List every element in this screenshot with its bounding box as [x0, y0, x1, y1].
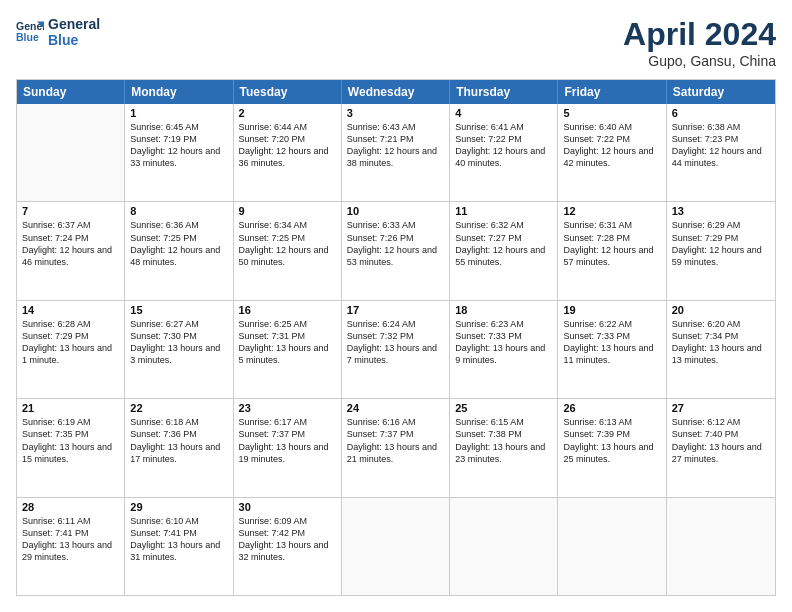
day-info: Sunrise: 6:19 AM Sunset: 7:35 PM Dayligh…	[22, 416, 119, 465]
calendar: SundayMondayTuesdayWednesdayThursdayFrid…	[16, 79, 776, 596]
calendar-week-4: 21Sunrise: 6:19 AM Sunset: 7:35 PM Dayli…	[17, 399, 775, 497]
day-info: Sunrise: 6:13 AM Sunset: 7:39 PM Dayligh…	[563, 416, 660, 465]
calendar-week-3: 14Sunrise: 6:28 AM Sunset: 7:29 PM Dayli…	[17, 301, 775, 399]
day-info: Sunrise: 6:11 AM Sunset: 7:41 PM Dayligh…	[22, 515, 119, 564]
day-info: Sunrise: 6:38 AM Sunset: 7:23 PM Dayligh…	[672, 121, 770, 170]
day-cell-25: 25Sunrise: 6:15 AM Sunset: 7:38 PM Dayli…	[450, 399, 558, 496]
day-number: 6	[672, 107, 770, 119]
logo-line2: Blue	[48, 32, 100, 48]
day-header-tuesday: Tuesday	[234, 80, 342, 104]
empty-cell	[342, 498, 450, 595]
day-number: 23	[239, 402, 336, 414]
day-number: 10	[347, 205, 444, 217]
day-cell-17: 17Sunrise: 6:24 AM Sunset: 7:32 PM Dayli…	[342, 301, 450, 398]
day-info: Sunrise: 6:17 AM Sunset: 7:37 PM Dayligh…	[239, 416, 336, 465]
day-cell-30: 30Sunrise: 6:09 AM Sunset: 7:42 PM Dayli…	[234, 498, 342, 595]
day-number: 9	[239, 205, 336, 217]
day-info: Sunrise: 6:33 AM Sunset: 7:26 PM Dayligh…	[347, 219, 444, 268]
day-info: Sunrise: 6:18 AM Sunset: 7:36 PM Dayligh…	[130, 416, 227, 465]
day-number: 28	[22, 501, 119, 513]
day-number: 13	[672, 205, 770, 217]
month-title: April 2024	[623, 16, 776, 53]
day-cell-6: 6Sunrise: 6:38 AM Sunset: 7:23 PM Daylig…	[667, 104, 775, 201]
day-number: 12	[563, 205, 660, 217]
day-info: Sunrise: 6:44 AM Sunset: 7:20 PM Dayligh…	[239, 121, 336, 170]
day-info: Sunrise: 6:15 AM Sunset: 7:38 PM Dayligh…	[455, 416, 552, 465]
title-block: April 2024 Gupo, Gansu, China	[623, 16, 776, 69]
day-info: Sunrise: 6:22 AM Sunset: 7:33 PM Dayligh…	[563, 318, 660, 367]
day-number: 16	[239, 304, 336, 316]
day-cell-5: 5Sunrise: 6:40 AM Sunset: 7:22 PM Daylig…	[558, 104, 666, 201]
day-header-monday: Monday	[125, 80, 233, 104]
day-cell-3: 3Sunrise: 6:43 AM Sunset: 7:21 PM Daylig…	[342, 104, 450, 201]
day-number: 19	[563, 304, 660, 316]
day-number: 22	[130, 402, 227, 414]
day-info: Sunrise: 6:29 AM Sunset: 7:29 PM Dayligh…	[672, 219, 770, 268]
day-cell-1: 1Sunrise: 6:45 AM Sunset: 7:19 PM Daylig…	[125, 104, 233, 201]
day-info: Sunrise: 6:43 AM Sunset: 7:21 PM Dayligh…	[347, 121, 444, 170]
logo: General Blue General Blue	[16, 16, 100, 48]
day-info: Sunrise: 6:32 AM Sunset: 7:27 PM Dayligh…	[455, 219, 552, 268]
day-info: Sunrise: 6:37 AM Sunset: 7:24 PM Dayligh…	[22, 219, 119, 268]
day-header-wednesday: Wednesday	[342, 80, 450, 104]
day-cell-9: 9Sunrise: 6:34 AM Sunset: 7:25 PM Daylig…	[234, 202, 342, 299]
day-cell-16: 16Sunrise: 6:25 AM Sunset: 7:31 PM Dayli…	[234, 301, 342, 398]
day-info: Sunrise: 6:23 AM Sunset: 7:33 PM Dayligh…	[455, 318, 552, 367]
day-info: Sunrise: 6:16 AM Sunset: 7:37 PM Dayligh…	[347, 416, 444, 465]
calendar-body: 1Sunrise: 6:45 AM Sunset: 7:19 PM Daylig…	[17, 104, 775, 595]
day-number: 24	[347, 402, 444, 414]
day-number: 8	[130, 205, 227, 217]
day-number: 26	[563, 402, 660, 414]
location: Gupo, Gansu, China	[623, 53, 776, 69]
empty-cell	[667, 498, 775, 595]
day-number: 5	[563, 107, 660, 119]
day-number: 18	[455, 304, 552, 316]
day-cell-23: 23Sunrise: 6:17 AM Sunset: 7:37 PM Dayli…	[234, 399, 342, 496]
day-info: Sunrise: 6:24 AM Sunset: 7:32 PM Dayligh…	[347, 318, 444, 367]
day-cell-11: 11Sunrise: 6:32 AM Sunset: 7:27 PM Dayli…	[450, 202, 558, 299]
day-number: 3	[347, 107, 444, 119]
day-number: 14	[22, 304, 119, 316]
empty-cell	[17, 104, 125, 201]
day-info: Sunrise: 6:25 AM Sunset: 7:31 PM Dayligh…	[239, 318, 336, 367]
day-info: Sunrise: 6:09 AM Sunset: 7:42 PM Dayligh…	[239, 515, 336, 564]
day-info: Sunrise: 6:12 AM Sunset: 7:40 PM Dayligh…	[672, 416, 770, 465]
day-cell-13: 13Sunrise: 6:29 AM Sunset: 7:29 PM Dayli…	[667, 202, 775, 299]
day-info: Sunrise: 6:40 AM Sunset: 7:22 PM Dayligh…	[563, 121, 660, 170]
day-number: 30	[239, 501, 336, 513]
calendar-week-1: 1Sunrise: 6:45 AM Sunset: 7:19 PM Daylig…	[17, 104, 775, 202]
empty-cell	[558, 498, 666, 595]
day-info: Sunrise: 6:10 AM Sunset: 7:41 PM Dayligh…	[130, 515, 227, 564]
day-cell-24: 24Sunrise: 6:16 AM Sunset: 7:37 PM Dayli…	[342, 399, 450, 496]
empty-cell	[450, 498, 558, 595]
day-cell-26: 26Sunrise: 6:13 AM Sunset: 7:39 PM Dayli…	[558, 399, 666, 496]
day-cell-27: 27Sunrise: 6:12 AM Sunset: 7:40 PM Dayli…	[667, 399, 775, 496]
day-number: 4	[455, 107, 552, 119]
day-cell-14: 14Sunrise: 6:28 AM Sunset: 7:29 PM Dayli…	[17, 301, 125, 398]
day-number: 2	[239, 107, 336, 119]
day-number: 27	[672, 402, 770, 414]
day-header-thursday: Thursday	[450, 80, 558, 104]
day-cell-15: 15Sunrise: 6:27 AM Sunset: 7:30 PM Dayli…	[125, 301, 233, 398]
day-cell-10: 10Sunrise: 6:33 AM Sunset: 7:26 PM Dayli…	[342, 202, 450, 299]
day-cell-28: 28Sunrise: 6:11 AM Sunset: 7:41 PM Dayli…	[17, 498, 125, 595]
day-number: 1	[130, 107, 227, 119]
logo-icon: General Blue	[16, 18, 44, 46]
day-info: Sunrise: 6:45 AM Sunset: 7:19 PM Dayligh…	[130, 121, 227, 170]
day-info: Sunrise: 6:28 AM Sunset: 7:29 PM Dayligh…	[22, 318, 119, 367]
svg-text:Blue: Blue	[16, 31, 39, 43]
calendar-page: General Blue General Blue April 2024 Gup…	[0, 0, 792, 612]
calendar-week-2: 7Sunrise: 6:37 AM Sunset: 7:24 PM Daylig…	[17, 202, 775, 300]
day-cell-22: 22Sunrise: 6:18 AM Sunset: 7:36 PM Dayli…	[125, 399, 233, 496]
day-cell-4: 4Sunrise: 6:41 AM Sunset: 7:22 PM Daylig…	[450, 104, 558, 201]
day-info: Sunrise: 6:34 AM Sunset: 7:25 PM Dayligh…	[239, 219, 336, 268]
day-cell-21: 21Sunrise: 6:19 AM Sunset: 7:35 PM Dayli…	[17, 399, 125, 496]
day-info: Sunrise: 6:36 AM Sunset: 7:25 PM Dayligh…	[130, 219, 227, 268]
day-header-saturday: Saturday	[667, 80, 775, 104]
day-info: Sunrise: 6:27 AM Sunset: 7:30 PM Dayligh…	[130, 318, 227, 367]
day-info: Sunrise: 6:41 AM Sunset: 7:22 PM Dayligh…	[455, 121, 552, 170]
day-number: 17	[347, 304, 444, 316]
day-cell-2: 2Sunrise: 6:44 AM Sunset: 7:20 PM Daylig…	[234, 104, 342, 201]
day-header-friday: Friday	[558, 80, 666, 104]
day-number: 21	[22, 402, 119, 414]
